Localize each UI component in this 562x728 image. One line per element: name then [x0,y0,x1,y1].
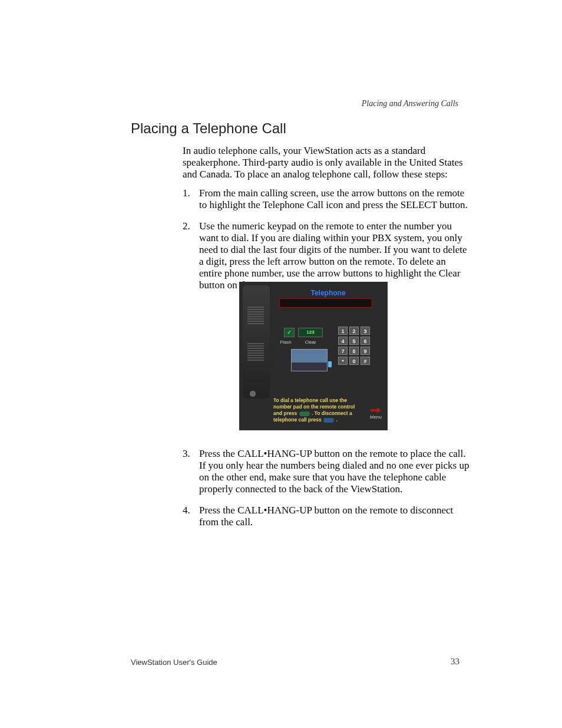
list-item: 2. Use the numeric keypad on the remote … [183,220,470,291]
instr-line: . [335,417,338,423]
instr-line: telephone call press [273,417,323,423]
list-text: Press the CALL•HANG-UP button on the rem… [199,448,470,495]
back-arrow-icon [371,407,381,413]
key-1: 1 [338,327,348,335]
key-2: 2 [349,327,359,335]
key-4: 4 [338,337,348,345]
key-hash: # [361,357,370,365]
hangup-button-icon [323,418,334,423]
screenshot-title: Telephone [275,289,382,297]
section-title: Placing a Telephone Call [131,120,286,137]
video-preview-icon [291,349,328,371]
intro-paragraph: In audio telephone calls, your ViewStati… [183,145,463,180]
key-3: 3 [361,327,370,335]
number-display: 123 [298,328,323,337]
call-button-icon [299,411,310,416]
key-6: 6 [361,337,370,345]
number-input-field [279,298,372,308]
menu-label: Menu [370,414,382,420]
keypad: 1 2 3 4 5 6 7 8 9 * 0 # [338,327,370,365]
list-item: 1. From the main calling screen, use the… [183,187,470,211]
list-text: Press the CALL•HANG-UP button on the rem… [199,505,470,528]
list-number: 3. [183,448,199,495]
menu-button: Menu [370,407,382,420]
steps-list-bottom: 3. Press the CALL•HANG-UP button on the … [183,448,470,538]
screenshot-instructions: To dial a telephone call use the number … [273,397,366,423]
key-9: 9 [361,347,370,355]
page: Placing and Answering Calls Placing a Te… [0,0,562,728]
key-8: 8 [349,347,359,355]
instr-line: number pad on the remote control [273,404,355,410]
list-text: From the main calling screen, use the ar… [199,187,470,211]
telephone-screenshot: Telephone ✓ 123 Flash Clear 1 2 3 4 5 6 … [239,282,388,430]
footer-page-number: 33 [451,657,459,667]
list-number: 4. [183,505,199,528]
list-number: 1. [183,187,199,211]
key-0: 0 [349,357,359,365]
key-7: 7 [338,347,348,355]
list-text: Use the numeric keypad on the remote to … [199,220,470,291]
instr-line: . To disconnect a [310,410,352,416]
instr-line: and press [273,410,299,416]
microphone-icon [246,390,259,397]
chapter-header: Placing and Answering Calls [362,99,458,108]
list-number: 2. [183,220,199,291]
check-button: ✓ [284,328,295,337]
instr-line: To dial a telephone call use the [273,397,347,403]
list-item: 4. Press the CALL•HANG-UP button on the … [183,505,470,528]
list-item: 3. Press the CALL•HANG-UP button on the … [183,448,470,495]
flash-button: Flash [276,340,296,345]
key-star: * [338,357,348,365]
handset-icon [243,285,270,398]
footer-guide-title: ViewStation User's Guide [131,658,217,667]
clear-button: Clear [300,340,320,345]
key-5: 5 [349,337,359,345]
